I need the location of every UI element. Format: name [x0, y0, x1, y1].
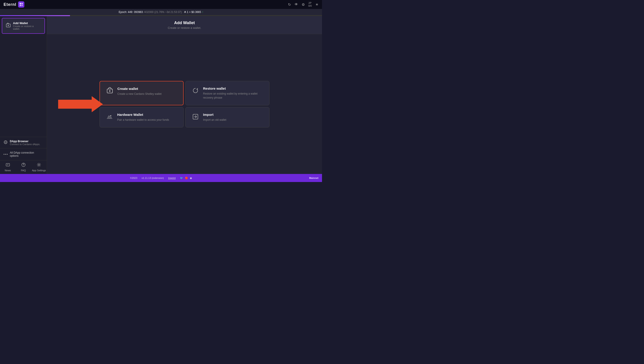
faq-label: FAQ	[21, 169, 26, 172]
svg-rect-2	[20, 5, 21, 6]
sync-icon[interactable]: ↻	[288, 2, 291, 7]
footer: ©2023 · v1.11.13 (extension) · Imprint ·…	[0, 174, 322, 182]
brightness-icon[interactable]: ☀	[315, 2, 318, 7]
footer-discord-icon[interactable]: ◉	[190, 177, 192, 180]
epoch-progress: (21.76% ~3d 21:53:37)	[154, 10, 182, 14]
restore-wallet-icon	[192, 87, 199, 96]
footer-sep3: ·	[177, 177, 178, 179]
import-wallet-card[interactable]: Import Import an old wallet	[185, 107, 270, 128]
sidebar-spacer	[0, 36, 47, 137]
sidebar: Add Wallet Create or restore a wallet. D…	[0, 16, 47, 174]
hardware-wallet-title: Hardware Wallet	[117, 113, 169, 116]
hardware-wallet-card[interactable]: Hardware Wallet Pair a hardware wallet t…	[100, 107, 184, 128]
footer-sep2: ·	[166, 177, 166, 179]
connections-label: All DApp connection options	[10, 151, 43, 158]
footer-sep1: ·	[139, 177, 140, 179]
logo-text: Eternl	[4, 2, 16, 7]
create-wallet-icon	[106, 87, 113, 96]
sidebar-wallet-text: Add Wallet Create or restore a wallet.	[13, 22, 41, 30]
epoch-price: ₳ 1 = $0.3665	[184, 10, 201, 14]
hardware-wallet-text: Hardware Wallet Pair a hardware wallet t…	[117, 113, 169, 122]
content-title: Add Wallet	[54, 20, 315, 25]
svg-point-21	[110, 115, 111, 116]
footer-imprint[interactable]: Imprint	[168, 177, 176, 179]
sidebar-bottom-nav: News FAQ Ap	[0, 160, 47, 174]
logo-icon	[18, 1, 24, 8]
nav-faq[interactable]: FAQ	[16, 160, 31, 174]
svg-point-9	[5, 154, 6, 155]
settings-icon[interactable]: ⚙	[302, 2, 305, 7]
dapp-text: DApp Browser Connect to Cardano dApps.	[10, 140, 40, 146]
epoch-separator: ·	[183, 10, 183, 14]
top-bar-icons: ↻ 👁 ⚙ 2P0/0 ☀	[288, 2, 318, 8]
svg-rect-0	[20, 3, 21, 4]
epoch-progress-bar	[0, 15, 322, 16]
options-grid: Create wallet Create a new Cardano Shell…	[100, 81, 270, 128]
content-subtitle: Create or restore a wallet.	[54, 26, 315, 30]
profile-icon[interactable]: 2P0/0	[308, 2, 312, 8]
restore-wallet-text: Restore wallet Restore an existing walle…	[203, 86, 263, 100]
news-label: News	[5, 169, 11, 172]
epoch-slot: 093983	[134, 10, 143, 14]
faq-icon	[21, 162, 26, 168]
main-layout: Add Wallet Create or restore a wallet. D…	[0, 16, 322, 174]
sidebar-connections[interactable]: All DApp connection options	[0, 148, 47, 160]
hardware-wallet-icon	[106, 113, 113, 122]
footer-copyright: ©2023	[130, 177, 137, 179]
import-wallet-sub: Import an old wallet	[203, 118, 226, 122]
nav-app-settings[interactable]: App Settings	[31, 160, 47, 174]
nav-news[interactable]: News	[0, 160, 16, 174]
epoch-label: Epoch: 449:	[119, 10, 133, 14]
epoch-progress-fill	[0, 15, 70, 16]
pointing-arrow	[58, 98, 103, 111]
svg-point-8	[4, 154, 4, 155]
footer-reddit-icon[interactable]: 🔴	[185, 177, 188, 180]
import-wallet-title: Import	[203, 113, 226, 116]
price-up-icon: ↑	[202, 10, 203, 14]
create-wallet-sub: Create a new Cardano Shelley wallet	[118, 92, 162, 96]
top-bar: Eternl ↻ 👁 ⚙ 2P0/0 ☀	[0, 0, 322, 9]
epoch-bar: Epoch: 449: 093983 /432000 (21.76% ~3d 2…	[0, 9, 322, 15]
app-settings-icon	[37, 162, 41, 168]
import-wallet-icon	[192, 113, 199, 122]
content-area: Create wallet Create a new Cardano Shell…	[47, 34, 322, 174]
svg-rect-11	[6, 164, 10, 166]
content-header: Add Wallet Create or restore a wallet.	[47, 16, 322, 34]
dapp-icon	[4, 140, 8, 145]
svg-rect-3	[22, 5, 23, 6]
eye-icon[interactable]: 👁	[294, 2, 298, 6]
create-wallet-title: Create wallet	[118, 87, 162, 90]
connections-icon	[4, 152, 8, 156]
footer-version: v1.11.13 (extension)	[142, 177, 164, 179]
sidebar-add-wallet[interactable]: Add Wallet Create or restore a wallet.	[2, 18, 45, 34]
svg-point-16	[38, 164, 40, 166]
sidebar-dapp-browser[interactable]: DApp Browser Connect to Cardano dApps.	[0, 137, 47, 148]
footer-mainnet: Mainnet	[309, 177, 318, 179]
create-wallet-text: Create wallet Create a new Cardano Shell…	[118, 87, 162, 96]
dapp-title: DApp Browser	[10, 140, 40, 143]
app-logo: Eternl	[4, 1, 24, 8]
import-wallet-text: Import Import an old wallet	[203, 113, 226, 122]
restore-wallet-title: Restore wallet	[203, 86, 263, 90]
arrow-annotation	[58, 98, 103, 111]
news-icon	[6, 162, 10, 168]
hardware-wallet-sub: Pair a hardware wallet to access your fu…	[117, 118, 169, 122]
sidebar-wallet-sub: Create or restore a wallet.	[13, 25, 41, 30]
dapp-sub: Connect to Cardano dApps.	[10, 143, 40, 146]
restore-wallet-card[interactable]: Restore wallet Restore an existing walle…	[185, 81, 270, 105]
restore-wallet-sub: Restore an existing wallet by entering a…	[203, 92, 263, 100]
svg-point-15	[23, 166, 24, 166]
sidebar-wallet-title: Add Wallet	[13, 22, 41, 25]
epoch-total: /432000	[144, 10, 154, 14]
main-content: Add Wallet Create or restore a wallet.	[47, 16, 322, 174]
create-wallet-card[interactable]: Create wallet Create a new Cardano Shell…	[100, 81, 184, 105]
svg-point-10	[7, 154, 8, 155]
footer-twitter-icon[interactable]: 🐦	[180, 177, 183, 180]
app-settings-label: App Settings	[32, 169, 46, 172]
add-wallet-icon	[6, 23, 11, 29]
svg-rect-1	[22, 3, 23, 4]
